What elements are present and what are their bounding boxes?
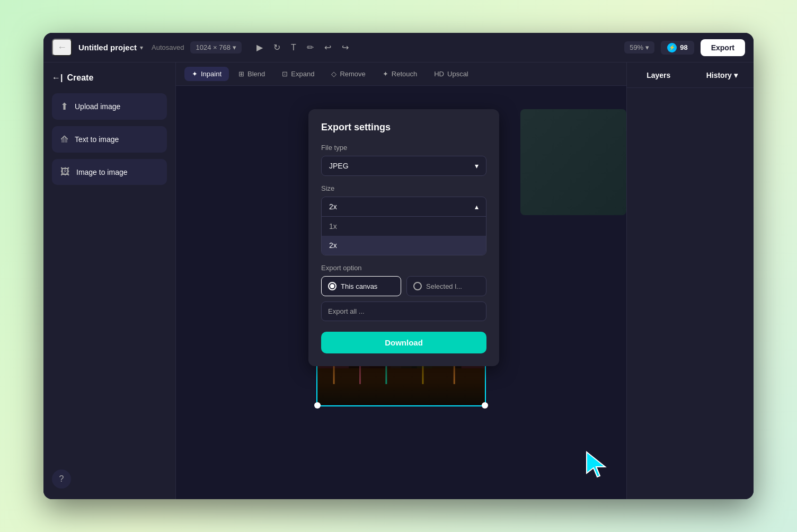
file-type-select[interactable]: JPEG ▾ [321,156,486,176]
remove-icon: ◇ [331,70,336,78]
export-all-button[interactable]: Export all ... [321,302,486,321]
autosaved-status: Autosaved [152,43,184,51]
tool-strip: ✦ Inpaint ⊞ Blend ⊡ Expand ◇ Remove ✦ [176,63,626,86]
create-title: ←| Create [52,73,167,83]
text-to-image-label: Text to image [75,135,119,144]
blend-label: Blend [247,70,265,78]
size-label: Size [321,184,486,192]
remove-tool[interactable]: ◇ Remove [324,67,373,81]
project-name-container[interactable]: Untitled project ▾ [78,43,143,52]
zoom-chevron: ▾ [645,43,649,51]
canvas-area: ✦ Inpaint ⊞ Blend ⊡ Expand ◇ Remove ✦ [176,63,626,499]
upload-icon: ⬆ [60,101,68,112]
credits-count: 98 [680,43,687,51]
create-back-icon: ←| [52,73,63,83]
file-type-value: JPEG [329,162,349,170]
chevron-down-icon: ▾ [140,44,143,51]
upscal-tool[interactable]: HD Upscal [427,67,476,81]
this-canvas-button[interactable]: This canvas [321,276,401,296]
size-option-2x[interactable]: 2x [322,236,486,255]
blend-tool[interactable]: ⊞ Blend [231,67,272,81]
retouch-icon: ✦ [383,70,388,78]
pen-tool[interactable]: ✏ [303,39,318,56]
export-options: This canvas Selected l... Export all ... [321,276,486,321]
panel-tabs: Layers History ▾ [627,63,754,88]
main-area: ←| Create ⬆ Upload image ⟰ Text to image… [43,63,754,499]
file-type-label: File type [321,144,486,152]
canvas-content: STARU [176,86,626,499]
text-to-image-icon: ⟰ [60,134,68,145]
text-tool[interactable]: T [287,40,300,56]
expand-tool[interactable]: ⊡ Expand [274,67,322,81]
zoom-control[interactable]: 59% ▾ [624,41,654,54]
help-button[interactable]: ? [52,469,71,489]
credits-icon: ⚡ [667,43,677,52]
selected-button[interactable]: Selected l... [406,276,486,296]
retouch-label: Retouch [392,70,417,78]
history-chevron: ▾ [734,71,738,79]
back-button[interactable]: ← [52,39,72,56]
size-2x-label: 2x [329,241,337,250]
dimensions-value: 1024 × 768 [196,43,230,51]
history-tab[interactable]: History ▾ [690,65,754,86]
credits-display: ⚡ 98 [661,41,694,55]
selected-radio [413,282,422,290]
dimensions-control[interactable]: 1024 × 768 ▾ [190,41,241,54]
size-dropdown[interactable]: 2x ▴ 1x 2x [321,197,486,255]
size-value: 2x [329,202,337,211]
redo-tool[interactable]: ↪ [338,39,353,56]
expand-label: Expand [291,70,314,78]
rotate-tool[interactable]: ↻ [269,39,285,56]
svg-rect-38 [454,364,455,384]
handle-bottom-left[interactable] [314,402,321,409]
text-to-image-button[interactable]: ⟰ Text to image [52,126,167,153]
app-header: ← Untitled project ▾ Autosaved 1024 × 76… [43,33,754,63]
upload-image-button[interactable]: ⬆ Upload image [52,93,167,120]
image-to-image-icon: 🖼 [60,166,70,178]
size-option-1x[interactable]: 1x [322,217,486,236]
blend-icon: ⊞ [238,70,244,78]
retouch-tool[interactable]: ✦ Retouch [375,67,424,81]
sidebar: ←| Create ⬆ Upload image ⟰ Text to image… [43,63,176,499]
project-name: Untitled project [78,43,137,52]
inpaint-label: Inpaint [201,70,222,78]
inpaint-icon: ✦ [192,70,198,78]
dimensions-chevron: ▾ [233,43,236,51]
create-label: Create [67,73,93,83]
svg-rect-34 [333,363,335,384]
export-panel-title: Export settings [321,122,486,133]
undo-tool[interactable]: ↩ [320,39,335,56]
size-selected[interactable]: 2x ▴ [322,197,486,217]
upload-image-label: Upload image [75,102,120,111]
export-option-label: Export option [321,264,486,272]
this-canvas-label: This canvas [341,282,377,290]
this-canvas-radio [328,282,336,290]
handle-bottom-right[interactable] [482,402,488,409]
expand-icon: ⊡ [282,70,288,78]
svg-rect-33 [317,368,485,405]
download-button[interactable]: Download [321,332,486,353]
export-button[interactable]: Export [701,39,745,56]
inpaint-tool[interactable]: ✦ Inpaint [184,67,229,81]
upscal-icon: HD [434,70,444,78]
zoom-value: 59% [630,43,643,51]
cursor-arrow [584,449,610,483]
right-panel: Layers History ▾ [626,63,754,499]
cursor-tool[interactable]: ▶ [252,39,267,56]
upscal-label: Upscal [447,70,468,78]
history-label: History [706,71,732,79]
size-chevron-up: ▴ [475,202,479,211]
bg-decoration [520,109,626,215]
image-to-image-button[interactable]: 🖼 Image to image [52,159,167,185]
svg-marker-42 [587,452,605,477]
layers-tab[interactable]: Layers [627,65,690,86]
selected-label: Selected l... [426,282,462,290]
remove-label: Remove [340,70,365,78]
header-right: 59% ▾ ⚡ 98 Export [624,39,745,56]
export-options-row: This canvas Selected l... [321,276,486,296]
export-panel: Export settings File type JPEG ▾ Size 2x… [308,109,499,366]
toolbar-icons: ▶ ↻ T ✏ ↩ ↪ [252,39,353,56]
radio-dot [330,284,334,288]
image-to-image-label: Image to image [76,168,128,176]
svg-rect-36 [385,366,387,384]
